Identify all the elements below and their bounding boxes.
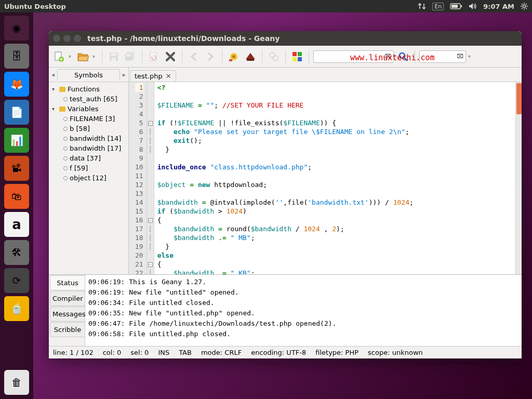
close-tab-icon[interactable]: ✕ [166,72,171,80]
battery-icon[interactable] [450,3,462,9]
fold-toggle[interactable]: − [148,121,153,126]
goto-dropdown[interactable]: ▾ [468,54,473,59]
launcher-updater[interactable]: ⟳ [4,268,29,293]
sound-icon[interactable] [469,3,477,10]
status-ins: INS [158,349,169,356]
desktop-title: Ubuntu Desktop [4,3,66,10]
sidebar-scroll-right[interactable]: ▸ [120,71,128,78]
open-file-button[interactable] [76,49,90,64]
tree-group[interactable]: ▾Functions [49,84,128,94]
search-input[interactable]: ⌧ [313,50,394,63]
status-mode: mode: CRLF [201,349,242,356]
status-message-line: 09:06:19: New file "untitled" opened. [88,287,518,298]
nav-back-button[interactable] [187,49,201,64]
build-button[interactable] [243,49,258,64]
maximize-icon[interactable] [74,35,81,42]
launcher-files[interactable]: 🗄 [4,44,29,69]
editor-scrollbar[interactable] [515,82,522,274]
code-view[interactable]: 12345678910111213141516171819202122 −│││… [129,82,522,274]
open-dropdown[interactable]: ▾ [92,54,98,59]
tree-item[interactable]: data [37] [49,153,128,163]
execute-button[interactable] [267,49,281,64]
tree-item[interactable]: f [59] [49,163,128,173]
message-tabs: StatusCompilerMessagesScribble [49,275,85,346]
svg-rect-19 [292,52,297,56]
status-message-line: 09:06:19: This is Geany 1.27. [88,277,518,287]
reload-button[interactable] [147,49,161,64]
status-line: line: 1 / 102 [53,349,94,356]
editor-tabs: test.php ✕ [129,68,522,82]
new-file-button[interactable] [52,49,66,64]
launcher-thunderbird[interactable]: 🍵 [4,296,29,321]
tree-item[interactable]: FILENAME [3] [49,114,128,124]
code-content[interactable]: <?$FILENAME = ""; //SET YOUR FILE HEREif… [154,82,515,274]
symbol-icon [63,147,68,151]
launcher-amazon[interactable]: a [4,212,29,237]
status-enc: encoding: UTF-8 [251,349,306,356]
window-titlebar[interactable]: test.php - /home/linuxtechi/Downloads - … [49,31,522,46]
launcher-settings[interactable]: 🛠 [4,240,29,265]
bottom-tab-status[interactable]: Status [50,275,85,290]
nav-forward-button[interactable] [203,49,218,64]
tree-item[interactable]: test_auth [65] [49,94,128,104]
find-button[interactable] [396,49,410,64]
svg-rect-21 [292,57,297,61]
close-icon[interactable] [53,35,60,42]
clear-goto-icon[interactable]: ⌧ [457,53,463,60]
network-icon[interactable] [418,3,426,10]
svg-rect-8 [112,58,116,61]
window-title: test.php - /home/linuxtechi/Downloads - … [87,34,280,43]
editor-tab-testphp[interactable]: test.php ✕ [130,70,176,82]
status-message-line: 09:06:35: New file "untitled.php" opened… [88,308,518,318]
svg-rect-1 [461,5,462,7]
compile-button[interactable] [227,49,241,64]
launcher-calc[interactable]: 📊 [4,128,29,153]
svg-rect-11 [126,54,131,57]
tree-item[interactable]: object [12] [49,173,128,183]
status-messages[interactable]: 09:06:19: This is Geany 1.27.09:06:19: N… [85,275,522,346]
tree-item[interactable]: b [58] [49,124,128,134]
bottom-tab-messages[interactable]: Messages [50,307,85,322]
clock[interactable]: 9:07 AM [483,3,514,10]
svg-point-3 [523,5,526,8]
status-message-line: 09:06:58: File untitled.php closed. [88,329,518,339]
new-dropdown[interactable]: ▾ [69,54,74,59]
goto-line-input[interactable]: ⌧ [419,50,466,63]
symbols-sidebar: ◂ Symbols ▸ ▾Functionstest_auth [65]▾Var… [49,68,129,274]
keyboard-lang[interactable]: En [432,3,444,10]
tree-group[interactable]: ▾Variables [49,104,128,114]
launcher-software[interactable]: 🛍 [4,184,29,209]
launcher-dash[interactable]: ◉ [4,16,29,41]
close-file-button[interactable] [163,49,178,64]
save-all-button[interactable] [123,49,138,64]
color-chooser-button[interactable] [290,49,304,64]
launcher-writer[interactable]: 📄 [4,100,29,125]
clear-search-icon[interactable]: ⌧ [384,53,391,60]
symbols-tree[interactable]: ▾Functionstest_auth [65]▾VariablesFILENA… [49,82,128,185]
status-scope: scope: unknown [368,349,423,356]
svg-point-18 [273,56,278,61]
gear-icon[interactable] [521,3,528,10]
key-icon [59,107,65,112]
launcher-impress[interactable]: 📽 [4,156,29,181]
svg-point-23 [400,53,405,58]
statusbar: line: 1 / 102 col: 0 sel: 0 INS TAB mode… [49,346,522,358]
fold-column[interactable]: −│││−│││−│ [147,82,154,274]
save-button[interactable] [107,49,121,64]
tree-item[interactable]: bandwidth [17] [49,143,128,153]
line-number-gutter: 12345678910111213141516171819202122 [129,82,147,274]
svg-rect-22 [298,57,302,61]
sidebar-tab-symbols[interactable]: Symbols [57,69,120,81]
minimize-icon[interactable] [63,35,71,42]
launcher-trash[interactable]: 🗑 [4,370,29,395]
bottom-tab-scribble[interactable]: Scribble [50,322,85,337]
launcher-firefox[interactable]: 🦊 [4,72,29,97]
unity-launcher: ◉🗄🦊📄📊📽🛍a🛠⟳🍵🗑 [0,12,33,399]
tree-item[interactable]: bandwidth [14] [49,134,128,143]
bottom-tab-compiler[interactable]: Compiler [50,291,85,306]
symbol-icon [63,176,68,180]
fold-toggle[interactable]: − [148,262,153,267]
fold-toggle[interactable]: − [148,218,153,223]
sidebar-scroll-left[interactable]: ◂ [49,71,57,78]
editor-tab-label: test.php [135,72,163,80]
